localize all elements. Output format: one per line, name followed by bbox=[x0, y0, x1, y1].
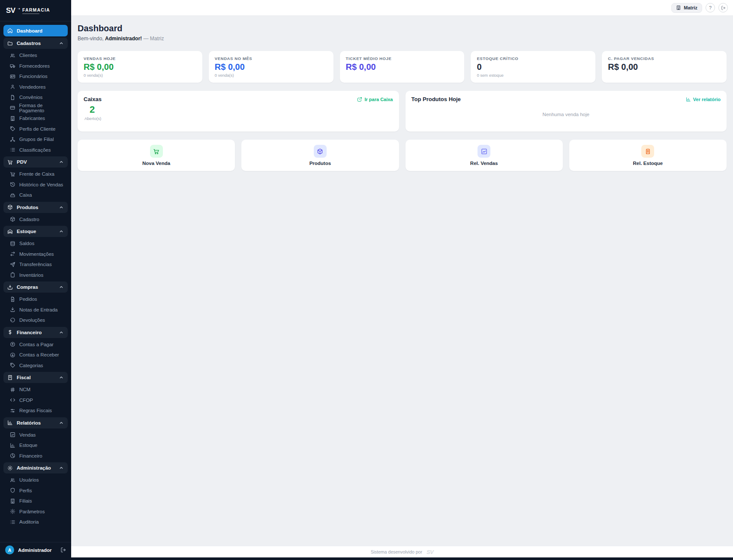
sidebar-item-financeiro[interactable]: Financeiro bbox=[0, 451, 71, 461]
receipt-icon bbox=[7, 375, 13, 380]
sidebar-item-contas-a-pagar[interactable]: Contas a Pagar bbox=[0, 339, 71, 350]
sidebar-item-categorias[interactable]: Categorias bbox=[0, 360, 71, 371]
sidebar-item-label: Inventários bbox=[19, 273, 43, 278]
sidebar-item-formas-de-pagamento[interactable]: Formas de Pagamento bbox=[0, 103, 71, 114]
stat-label: VENDAS HOJE bbox=[84, 56, 196, 61]
quick-action-nova-venda[interactable]: Nova Venda bbox=[78, 140, 235, 171]
sidebar-item-usu-rios[interactable]: Usuários bbox=[0, 475, 71, 485]
quick-action-produtos[interactable]: Produtos bbox=[241, 140, 399, 171]
ver-relatorio-link[interactable]: Ver relatório bbox=[686, 97, 721, 102]
chevron-up-icon bbox=[59, 465, 64, 470]
bar-chart-icon bbox=[10, 443, 15, 448]
sidebar-item-filiais[interactable]: Filiais bbox=[0, 496, 71, 506]
sidebar-item-label: Regras Fiscais bbox=[19, 408, 52, 413]
network-icon bbox=[10, 137, 15, 142]
sidebar-item-devolu-es[interactable]: Devoluções bbox=[0, 315, 71, 326]
pie-chart-icon bbox=[10, 453, 15, 458]
quick-action-label: Rel. Vendas bbox=[470, 161, 498, 166]
building-icon bbox=[676, 5, 681, 10]
sidebar-item-par-metros[interactable]: Parâmetros bbox=[0, 506, 71, 517]
home-icon bbox=[7, 28, 13, 33]
sidebar-section-pdv[interactable]: PDV bbox=[3, 156, 68, 168]
id-card-icon bbox=[10, 74, 15, 79]
quick-action-icon-box bbox=[641, 145, 654, 158]
chevron-up-icon bbox=[59, 229, 64, 234]
sidebar-item-transfer-ncias[interactable]: Transferências bbox=[0, 259, 71, 270]
sidebar-item-label: Fornecedores bbox=[19, 63, 50, 69]
sidebar-section-administra-o[interactable]: Administração bbox=[3, 462, 68, 473]
sidebar-item-label: Perfis bbox=[19, 488, 32, 493]
sidebar-item-movimenta-es[interactable]: Movimentações bbox=[0, 249, 71, 260]
sidebar-section-label: Administração bbox=[17, 465, 55, 470]
sidebar-item-frente-de-caixa[interactable]: Frente de Caixa bbox=[0, 169, 71, 180]
user-name: Administrador bbox=[18, 548, 57, 553]
sidebar-item-clientes[interactable]: Clientes bbox=[0, 50, 71, 61]
stat-label: VENDAS NO MÊS bbox=[215, 56, 327, 61]
sidebar-item-pedidos[interactable]: Pedidos bbox=[0, 294, 71, 305]
sidebar-item-hist-rico-de-vendas[interactable]: Histórico de Vendas bbox=[0, 180, 71, 190]
sidebar-item-fornecedores[interactable]: Fornecedores bbox=[0, 61, 71, 72]
go-to-caixa-link[interactable]: Ir para Caixa bbox=[357, 97, 393, 102]
footer-text: Sistema desenvolvido por bbox=[371, 549, 422, 554]
quick-action-rel-estoque[interactable]: Rel. Estoque bbox=[569, 140, 727, 171]
logo-name: FARMACIA bbox=[22, 7, 50, 12]
bar-chart-icon bbox=[7, 420, 13, 425]
sidebar-item-vendedores[interactable]: Vendedores bbox=[0, 82, 71, 93]
chevron-up-icon bbox=[59, 41, 64, 46]
sidebar-item-cadastro[interactable]: Cadastro bbox=[0, 214, 71, 225]
sidebar-section-label: PDV bbox=[17, 159, 55, 165]
branch-button[interactable]: Matriz bbox=[671, 3, 702, 13]
sidebar-item-auditoria[interactable]: Auditoria bbox=[0, 517, 71, 527]
sidebar-section-compras[interactable]: Compras bbox=[3, 281, 68, 293]
stat-card-c-pagar-vencidas: C. PAGAR VENCIDASR$ 0,00 bbox=[602, 51, 727, 83]
quick-action-rel-vendas[interactable]: Rel. Vendas bbox=[406, 140, 563, 171]
sidebar-item-ncm[interactable]: NCM bbox=[0, 384, 71, 395]
sidebar-section-financeiro[interactable]: Financeiro bbox=[3, 327, 68, 338]
sidebar-item-dashboard[interactable]: Dashboard bbox=[3, 25, 68, 36]
sidebar-item-label: Frente de Caixa bbox=[19, 171, 54, 177]
sidebar-user[interactable]: A Administrador bbox=[0, 542, 71, 557]
logout-icon[interactable] bbox=[60, 547, 66, 553]
sidebar-item-funcion-rios[interactable]: Funcionários bbox=[0, 71, 71, 82]
sidebar-section-produtos[interactable]: Produtos bbox=[3, 202, 68, 213]
help-button[interactable]: ? bbox=[706, 3, 715, 12]
logo-wordmark: FARMACIA bbox=[22, 7, 50, 14]
sidebar-item-caixa[interactable]: Caixa bbox=[0, 190, 71, 201]
clipboard-icon bbox=[10, 272, 15, 278]
welcome-user: Administrador! bbox=[105, 36, 142, 42]
sidebar-item-fabricantes[interactable]: Fabricantes bbox=[0, 113, 71, 124]
building-icon bbox=[10, 498, 15, 504]
mid-row: Caixas Ir para Caixa 2 Aberto(s) Top Pro… bbox=[78, 91, 727, 132]
sidebar-section-cadastros[interactable]: Cadastros bbox=[3, 38, 68, 49]
chevron-up-icon bbox=[59, 205, 64, 210]
sidebar-item-contas-a-receber[interactable]: Contas a Receber bbox=[0, 350, 71, 360]
sidebar-item-invent-rios[interactable]: Inventários bbox=[0, 270, 71, 281]
sidebar-item-classifica-es[interactable]: Classificações bbox=[0, 145, 71, 156]
sidebar-item-label: Pedidos bbox=[19, 296, 37, 302]
header-logout-button[interactable] bbox=[718, 3, 728, 12]
database-icon bbox=[10, 241, 15, 246]
sidebar-section-relat-rios[interactable]: Relatórios bbox=[3, 417, 68, 428]
sidebar-item-conv-nios[interactable]: Convênios bbox=[0, 92, 71, 103]
sidebar-item-regras-fiscais[interactable]: Regras Fiscais bbox=[0, 405, 71, 416]
sidebar-item-perfis-de-cliente[interactable]: Perfis de Cliente bbox=[0, 124, 71, 135]
shield-icon bbox=[10, 488, 15, 493]
sidebar-item-grupos-de-filial[interactable]: Grupos de Filial bbox=[0, 134, 71, 145]
sidebar-item-saldos[interactable]: Saldos bbox=[0, 238, 71, 249]
quick-actions-row: Nova VendaProdutosRel. VendasRel. Estoqu… bbox=[78, 140, 727, 171]
footer: Sistema desenvolvido por SV bbox=[71, 546, 733, 557]
gear-icon bbox=[10, 509, 15, 514]
sidebar-item-estoque[interactable]: Estoque bbox=[0, 440, 71, 451]
sidebar-item-notas-de-entrada[interactable]: Notas de Entrada bbox=[0, 305, 71, 315]
cube-icon bbox=[7, 204, 13, 210]
sidebar-item-perfis[interactable]: Perfis bbox=[0, 485, 71, 496]
sidebar-item-cfop[interactable]: CFOP bbox=[0, 395, 71, 406]
sidebar-item-vendas[interactable]: Vendas bbox=[0, 430, 71, 440]
send-icon bbox=[10, 262, 15, 267]
stat-card-vendas-hoje: VENDAS HOJER$ 0,000 venda(s) bbox=[78, 51, 202, 83]
arrows-lr-icon bbox=[10, 251, 15, 257]
sidebar-section-fiscal[interactable]: Fiscal bbox=[3, 372, 68, 383]
quick-action-icon-box bbox=[314, 145, 327, 158]
sidebar-section-estoque[interactable]: Estoque bbox=[3, 226, 68, 237]
log-out-icon bbox=[60, 547, 66, 553]
